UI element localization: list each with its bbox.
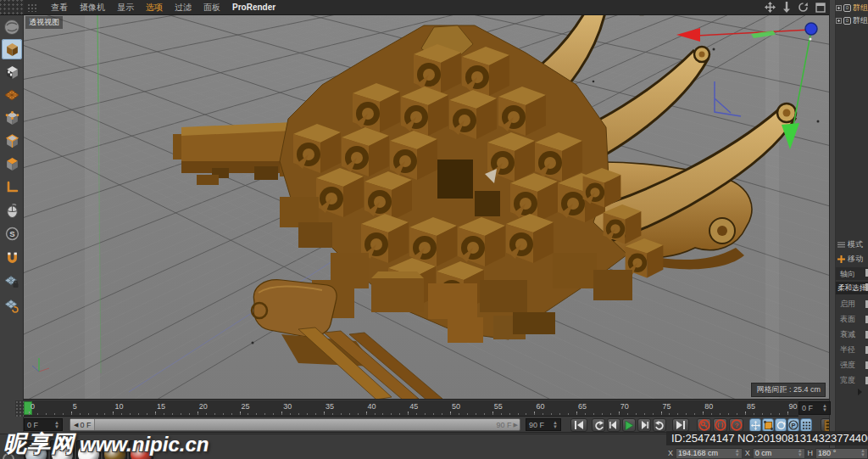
tick-label: 40 — [368, 402, 376, 411]
rotate-view-icon[interactable] — [798, 2, 809, 13]
object-tree-item[interactable]: 0 群组 — [836, 2, 868, 14]
timeline-ruler[interactable]: 051015202530354045505560657075808590 — [24, 400, 798, 417]
null-object-icon: 0 — [843, 4, 851, 12]
workplane-rotate-icon[interactable] — [2, 295, 22, 316]
move-gizmo[interactable] — [676, 23, 817, 149]
next-frame-button[interactable] — [637, 418, 651, 432]
viewport-nav-controls — [765, 2, 826, 13]
tick-label: 55 — [494, 402, 503, 411]
object-label[interactable]: 群组 — [853, 3, 868, 14]
menu-prorender[interactable]: ProRender — [232, 3, 275, 12]
coord-h-label: H — [808, 449, 814, 457]
c4d-logo-icon[interactable] — [2, 17, 22, 37]
move-tool-icon — [837, 255, 845, 263]
viewport-view-label[interactable]: 透视视图 — [25, 16, 63, 29]
menu-panel[interactable]: 面板 — [203, 2, 220, 14]
play-button[interactable] — [622, 418, 636, 432]
site-watermark: 昵享网www.nipic.cn — [3, 428, 209, 459]
viewport-menubar: 查看 摄像机 显示 选项 过滤 面板 ProRender — [24, 0, 829, 15]
workplane-lock-icon[interactable] — [2, 271, 22, 292]
soft-selection-header[interactable]: 柔和选择 — [836, 282, 868, 294]
attr-falloff[interactable]: 衰减 — [836, 329, 868, 341]
snap-magnet-icon[interactable] — [2, 248, 22, 268]
null-object-icon: 0 — [843, 17, 851, 25]
tick-label: 50 — [452, 402, 460, 411]
viewport-canvas[interactable]: 透视视图 — [24, 15, 829, 400]
polygons-mode-icon[interactable] — [2, 154, 22, 174]
toggle-parameter-button[interactable]: P — [787, 418, 799, 432]
window-grip[interactable] — [0, 0, 24, 15]
object-label[interactable]: 群组 — [853, 15, 868, 26]
menu-options[interactable]: 选项 — [146, 2, 163, 14]
record-keyframe-button[interactable] — [697, 418, 711, 432]
model-mode-icon[interactable] — [2, 39, 22, 59]
simulation-icon[interactable]: S — [2, 223, 22, 243]
range-end-handle[interactable]: 90 F▶ — [497, 419, 518, 430]
maximize-view-icon[interactable] — [815, 3, 826, 13]
attr-radius[interactable]: 半径 — [836, 344, 868, 356]
gizmo-y-arrow[interactable] — [782, 123, 799, 149]
tick-label: 15 — [157, 402, 165, 411]
coord-x-input[interactable]: 194.168 cm▲▼ — [676, 448, 743, 459]
expand-icon[interactable] — [836, 5, 842, 11]
gizmo-x-arrow[interactable] — [676, 28, 700, 42]
expand-icon[interactable] — [836, 18, 842, 24]
axis-button[interactable]: 轴向 — [836, 267, 868, 280]
toggle-position-button[interactable] — [749, 418, 761, 432]
tick-label: 20 — [199, 402, 208, 411]
tick-label: 65 — [578, 402, 587, 411]
coord-x2-input[interactable]: 0 cm▲▼ — [753, 448, 805, 459]
attribute-mode-menu[interactable]: 模式 — [836, 238, 868, 251]
end-frame-spinner[interactable]: 90 F▲▼ — [526, 418, 561, 431]
right-panel: 0 群组 0 群组 模式 移动 轴向 柔和选择 启用 表面 衰减 半径 强度 宽… — [836, 0, 868, 459]
id-watermark: ID:25474147 NO:20190813143237744000 — [666, 431, 868, 445]
mode-menu-icon — [837, 242, 845, 249]
right-splitter[interactable] — [829, 0, 836, 459]
object-tree-item[interactable]: 0 群组 — [836, 14, 868, 26]
texture-mode-icon[interactable] — [2, 62, 22, 82]
panel-resize-arrow[interactable] — [858, 389, 862, 395]
ruler-grip[interactable] — [15, 400, 24, 417]
attr-width[interactable]: 宽度 — [836, 375, 868, 387]
toggle-pla-button[interactable] — [800, 418, 812, 432]
tick-label: 45 — [409, 402, 418, 411]
workplane-mode-icon[interactable] — [2, 85, 22, 105]
move-view-icon[interactable] — [765, 2, 776, 13]
play-forward-button[interactable] — [653, 418, 666, 432]
edges-mode-icon[interactable] — [2, 131, 22, 151]
zoom-view-icon[interactable] — [782, 2, 791, 13]
left-mode-toolbar: S — [0, 15, 24, 434]
gizmo-origin-handle[interactable] — [805, 23, 817, 35]
toggle-rotation-button[interactable] — [775, 418, 787, 432]
record-options-button[interactable]: ? — [729, 418, 743, 432]
menu-filter[interactable]: 过滤 — [175, 2, 192, 14]
spinner-arrows-icon[interactable]: ▲▼ — [54, 421, 59, 429]
tick-label: 80 — [704, 402, 713, 411]
menu-view[interactable]: 查看 — [51, 2, 68, 14]
3d-model[interactable] — [173, 15, 820, 400]
ruler-end-frame-spinner[interactable]: 0 F▲▼ — [798, 401, 831, 415]
tick-label: 30 — [283, 402, 292, 411]
prev-frame-button[interactable] — [607, 418, 620, 432]
menubar-grip-icon[interactable] — [27, 3, 37, 12]
goto-start-button[interactable] — [570, 418, 587, 432]
goto-end-button[interactable] — [672, 418, 689, 432]
attribute-tool-row[interactable]: 移动 — [836, 253, 868, 266]
play-backward-button[interactable] — [592, 418, 605, 432]
coord-h-input[interactable]: 180 °▲▼ — [815, 448, 868, 459]
enable-axis-icon[interactable] — [2, 177, 22, 198]
toggle-scale-button[interactable] — [762, 418, 774, 432]
spinner-arrows-icon[interactable]: ▲▼ — [822, 404, 827, 412]
viewport-solo-icon[interactable] — [2, 200, 22, 221]
points-mode-icon[interactable] — [2, 108, 22, 128]
svg-text:S: S — [9, 229, 14, 238]
menu-camera[interactable]: 摄像机 — [80, 2, 105, 14]
autokey-button[interactable] — [713, 418, 727, 432]
spinner-arrows-icon[interactable]: ▲▼ — [553, 421, 558, 429]
menu-display[interactable]: 显示 — [117, 2, 134, 14]
3d-scene — [24, 15, 829, 400]
attr-enable[interactable]: 启用 — [836, 299, 868, 311]
model-boot — [252, 280, 337, 337]
attr-strength[interactable]: 强度 — [836, 360, 868, 372]
attr-surface[interactable]: 表面 — [836, 314, 868, 326]
